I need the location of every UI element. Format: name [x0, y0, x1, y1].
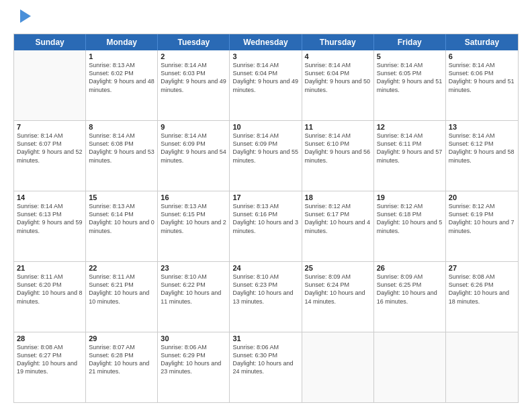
- cell-info: Sunrise: 8:14 AMSunset: 6:04 PMDaylight:…: [232, 61, 298, 94]
- calendar-cell: 11Sunrise: 8:14 AMSunset: 6:10 PMDayligh…: [302, 121, 374, 191]
- day-number: 27: [449, 264, 515, 272]
- calendar-cell: 26Sunrise: 8:09 AMSunset: 6:25 PMDayligh…: [374, 262, 446, 332]
- calendar-cell: 13Sunrise: 8:14 AMSunset: 6:12 PMDayligh…: [446, 121, 518, 191]
- day-number: 21: [17, 264, 83, 272]
- day-number: 1: [89, 52, 154, 60]
- calendar-cell: 21Sunrise: 8:11 AMSunset: 6:20 PMDayligh…: [14, 262, 86, 332]
- calendar-row: 1Sunrise: 8:13 AMSunset: 6:02 PMDaylight…: [14, 50, 518, 121]
- day-number: 14: [17, 193, 83, 201]
- day-number: 30: [161, 334, 226, 342]
- day-number: 17: [232, 193, 298, 201]
- calendar-cell: 29Sunrise: 8:07 AMSunset: 6:28 PMDayligh…: [86, 332, 158, 402]
- day-header: Monday: [86, 34, 158, 50]
- cell-info: Sunrise: 8:12 AMSunset: 6:18 PMDaylight:…: [377, 202, 443, 235]
- cell-info: Sunrise: 8:14 AMSunset: 6:13 PMDaylight:…: [17, 202, 83, 235]
- calendar-cell: [302, 332, 374, 402]
- svg-marker-0: [20, 9, 31, 23]
- day-number: 11: [305, 123, 371, 131]
- calendar-row: 21Sunrise: 8:11 AMSunset: 6:20 PMDayligh…: [14, 262, 518, 332]
- calendar-cell: [14, 50, 86, 120]
- cell-info: Sunrise: 8:14 AMSunset: 6:11 PMDaylight:…: [377, 132, 443, 165]
- cell-info: Sunrise: 8:14 AMSunset: 6:09 PMDaylight:…: [232, 132, 298, 165]
- day-number: 7: [17, 123, 83, 131]
- day-header: Wednesday: [230, 34, 302, 50]
- calendar-row: 14Sunrise: 8:14 AMSunset: 6:13 PMDayligh…: [14, 191, 518, 262]
- day-header: Thursday: [302, 34, 374, 50]
- calendar-cell: 24Sunrise: 8:10 AMSunset: 6:23 PMDayligh…: [230, 262, 302, 332]
- calendar-cell: 8Sunrise: 8:14 AMSunset: 6:08 PMDaylight…: [86, 121, 158, 191]
- cell-info: Sunrise: 8:08 AMSunset: 6:26 PMDaylight:…: [449, 273, 515, 306]
- day-number: 15: [89, 193, 154, 201]
- day-number: 31: [232, 334, 298, 342]
- calendar-cell: 2Sunrise: 8:14 AMSunset: 6:03 PMDaylight…: [158, 50, 230, 120]
- page: SundayMondayTuesdayWednesdayThursdayFrid…: [0, 0, 532, 411]
- calendar-cell: [374, 332, 446, 402]
- day-number: 28: [17, 334, 83, 342]
- cell-info: Sunrise: 8:06 AMSunset: 6:29 PMDaylight:…: [161, 343, 226, 376]
- day-number: 25: [305, 264, 371, 272]
- header: [13, 11, 519, 27]
- cell-info: Sunrise: 8:14 AMSunset: 6:03 PMDaylight:…: [161, 61, 226, 94]
- day-number: 10: [232, 123, 298, 131]
- day-header: Tuesday: [158, 34, 230, 50]
- cell-info: Sunrise: 8:11 AMSunset: 6:20 PMDaylight:…: [17, 273, 83, 306]
- cell-info: Sunrise: 8:14 AMSunset: 6:10 PMDaylight:…: [305, 132, 371, 165]
- cell-info: Sunrise: 8:10 AMSunset: 6:23 PMDaylight:…: [232, 273, 298, 306]
- cell-info: Sunrise: 8:12 AMSunset: 6:17 PMDaylight:…: [305, 202, 371, 235]
- cell-info: Sunrise: 8:06 AMSunset: 6:30 PMDaylight:…: [232, 343, 298, 376]
- day-header: Saturday: [446, 34, 518, 50]
- calendar-cell: 15Sunrise: 8:13 AMSunset: 6:14 PMDayligh…: [86, 191, 158, 261]
- cell-info: Sunrise: 8:14 AMSunset: 6:12 PMDaylight:…: [449, 132, 515, 165]
- cell-info: Sunrise: 8:11 AMSunset: 6:21 PMDaylight:…: [89, 273, 154, 306]
- day-number: 18: [305, 193, 371, 201]
- calendar-cell: 12Sunrise: 8:14 AMSunset: 6:11 PMDayligh…: [374, 121, 446, 191]
- cell-info: Sunrise: 8:09 AMSunset: 6:25 PMDaylight:…: [377, 273, 443, 306]
- calendar: SundayMondayTuesdayWednesdayThursdayFrid…: [13, 34, 519, 403]
- day-number: 8: [89, 123, 154, 131]
- day-number: 5: [377, 52, 443, 60]
- calendar-cell: 3Sunrise: 8:14 AMSunset: 6:04 PMDaylight…: [230, 50, 302, 120]
- cell-info: Sunrise: 8:10 AMSunset: 6:22 PMDaylight:…: [161, 273, 226, 306]
- cell-info: Sunrise: 8:14 AMSunset: 6:06 PMDaylight:…: [449, 61, 515, 94]
- calendar-cell: 16Sunrise: 8:13 AMSunset: 6:15 PMDayligh…: [158, 191, 230, 261]
- calendar-cell: 27Sunrise: 8:08 AMSunset: 6:26 PMDayligh…: [446, 262, 518, 332]
- day-number: 4: [305, 52, 371, 60]
- day-number: 3: [232, 52, 298, 60]
- day-number: 6: [449, 52, 515, 60]
- calendar-header: SundayMondayTuesdayWednesdayThursdayFrid…: [14, 34, 518, 50]
- day-number: 24: [232, 264, 298, 272]
- cell-info: Sunrise: 8:14 AMSunset: 6:05 PMDaylight:…: [377, 61, 443, 94]
- calendar-cell: 9Sunrise: 8:14 AMSunset: 6:09 PMDaylight…: [158, 121, 230, 191]
- calendar-cell: 14Sunrise: 8:14 AMSunset: 6:13 PMDayligh…: [14, 191, 86, 261]
- calendar-cell: 25Sunrise: 8:09 AMSunset: 6:24 PMDayligh…: [302, 262, 374, 332]
- logo: [13, 11, 34, 27]
- day-header: Friday: [374, 34, 446, 50]
- cell-info: Sunrise: 8:14 AMSunset: 6:04 PMDaylight:…: [305, 61, 371, 94]
- calendar-cell: 19Sunrise: 8:12 AMSunset: 6:18 PMDayligh…: [374, 191, 446, 261]
- calendar-cell: 28Sunrise: 8:08 AMSunset: 6:27 PMDayligh…: [14, 332, 86, 402]
- calendar-cell: 18Sunrise: 8:12 AMSunset: 6:17 PMDayligh…: [302, 191, 374, 261]
- calendar-cell: 4Sunrise: 8:14 AMSunset: 6:04 PMDaylight…: [302, 50, 374, 120]
- cell-info: Sunrise: 8:14 AMSunset: 6:08 PMDaylight:…: [89, 132, 154, 165]
- day-number: 16: [161, 193, 226, 201]
- day-number: 20: [449, 193, 515, 201]
- day-number: 9: [161, 123, 226, 131]
- cell-info: Sunrise: 8:14 AMSunset: 6:07 PMDaylight:…: [17, 132, 83, 165]
- calendar-row: 28Sunrise: 8:08 AMSunset: 6:27 PMDayligh…: [14, 332, 518, 402]
- cell-info: Sunrise: 8:13 AMSunset: 6:14 PMDaylight:…: [89, 202, 154, 235]
- calendar-cell: [446, 332, 518, 402]
- calendar-cell: 23Sunrise: 8:10 AMSunset: 6:22 PMDayligh…: [158, 262, 230, 332]
- calendar-cell: 10Sunrise: 8:14 AMSunset: 6:09 PMDayligh…: [230, 121, 302, 191]
- cell-info: Sunrise: 8:12 AMSunset: 6:19 PMDaylight:…: [449, 202, 515, 235]
- day-number: 19: [377, 193, 443, 201]
- calendar-cell: 7Sunrise: 8:14 AMSunset: 6:07 PMDaylight…: [14, 121, 86, 191]
- cell-info: Sunrise: 8:13 AMSunset: 6:16 PMDaylight:…: [232, 202, 298, 235]
- calendar-body: 1Sunrise: 8:13 AMSunset: 6:02 PMDaylight…: [14, 50, 518, 402]
- calendar-cell: 22Sunrise: 8:11 AMSunset: 6:21 PMDayligh…: [86, 262, 158, 332]
- day-number: 13: [449, 123, 515, 131]
- cell-info: Sunrise: 8:13 AMSunset: 6:02 PMDaylight:…: [89, 61, 154, 94]
- calendar-cell: 30Sunrise: 8:06 AMSunset: 6:29 PMDayligh…: [158, 332, 230, 402]
- day-number: 23: [161, 264, 226, 272]
- calendar-cell: 5Sunrise: 8:14 AMSunset: 6:05 PMDaylight…: [374, 50, 446, 120]
- calendar-cell: 20Sunrise: 8:12 AMSunset: 6:19 PMDayligh…: [446, 191, 518, 261]
